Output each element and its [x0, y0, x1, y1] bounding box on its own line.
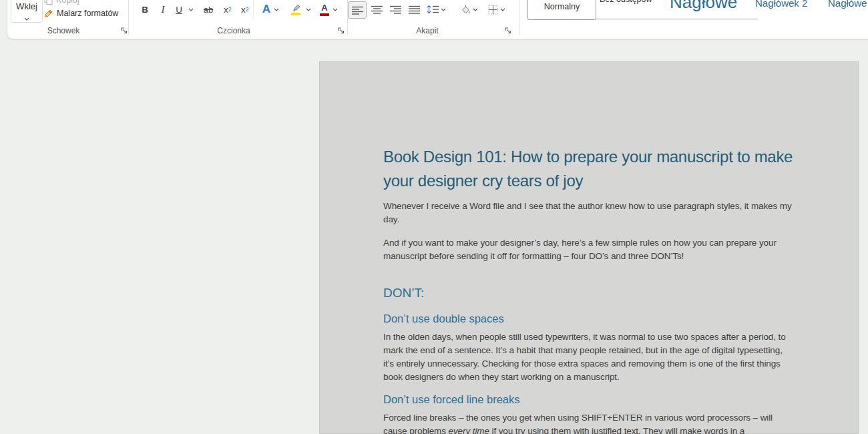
style-heading3[interactable]: Nagłówe [828, 0, 867, 9]
line-spacing-chevron-icon[interactable] [441, 8, 446, 11]
font-color-letter: A [321, 3, 327, 13]
style-heading2[interactable]: Nagłówek 2 [755, 0, 807, 9]
subscript-button[interactable]: x2 [220, 1, 235, 17]
document-content: Book Design 101: How to prepare your man… [383, 62, 795, 434]
format-painter-label: Malarz formatów [57, 9, 118, 18]
format-painter-button[interactable]: Malarz formatów [44, 9, 118, 18]
strikethrough-button[interactable]: ab [200, 1, 216, 17]
paragraph: In the olden days, when people still use… [383, 331, 795, 384]
align-left-button[interactable] [348, 1, 367, 19]
superscript-button[interactable]: x2 [238, 1, 252, 17]
group-separator [128, 0, 129, 35]
paragraph-dialog-launcher-icon[interactable] [504, 27, 512, 35]
paragraph: Forced line breaks – the ones you get wh… [383, 411, 795, 434]
format-painter-icon [44, 9, 53, 18]
justify-button[interactable] [405, 1, 423, 17]
highlight-color-button[interactable] [288, 1, 303, 17]
paragraph-group-label: Akapit [381, 26, 474, 35]
clipboard-group-label: Schowek [27, 26, 100, 35]
document-title: Book Design 101: How to prepare your man… [383, 145, 795, 193]
copy-label: Kopiuj [56, 0, 79, 5]
underline-chevron-icon[interactable] [188, 8, 194, 11]
paragraph: Whenever I receive a Word file and I see… [383, 200, 795, 226]
clipboard-dialog-launcher-icon[interactable] [120, 27, 128, 35]
font-color-chevron-icon[interactable] [333, 8, 338, 11]
paste-button[interactable]: Wklej [11, 0, 43, 23]
align-right-button[interactable] [387, 1, 404, 17]
borders-icon [488, 5, 498, 15]
font-group-label: Czcionka [187, 26, 280, 35]
subscript-2: 2 [228, 6, 232, 13]
copy-icon [44, 0, 53, 5]
text-effects-chevron-icon[interactable] [274, 8, 279, 11]
paste-label: Wklej [11, 1, 42, 11]
style-heading1[interactable]: Nagłówe [670, 0, 737, 13]
chevron-down-icon [24, 17, 29, 21]
paragraph-text: if you try using them with justified tex… [489, 426, 744, 434]
align-left-icon [352, 6, 363, 15]
heading-dont: DON’T: [383, 284, 795, 302]
align-center-button[interactable] [368, 1, 385, 17]
superscript-x: x [241, 5, 246, 15]
font-dialog-launcher-icon[interactable] [337, 27, 345, 35]
copy-button[interactable]: Kopiuj [44, 0, 79, 5]
line-spacing-button[interactable] [425, 1, 440, 17]
style-normal-label: Normalny [528, 2, 596, 11]
style-no-spacing[interactable]: Bez odstępów [600, 0, 652, 4]
text-effects-button[interactable]: A [259, 1, 274, 17]
highlighter-pen-icon [291, 3, 301, 12]
style-normal[interactable]: Normalny [527, 0, 596, 20]
align-right-icon [390, 5, 401, 14]
font-color-button[interactable]: A [318, 1, 331, 17]
paint-bucket-icon [460, 5, 471, 15]
heading-forced-line-breaks: Don’t use forced line breaks [383, 392, 795, 407]
shading-button[interactable] [458, 1, 473, 17]
document-page[interactable]: Book Design 101: How to prepare your man… [319, 61, 859, 434]
font-color-bar [320, 13, 329, 16]
bold-button[interactable]: B [138, 1, 152, 17]
paragraph-italic-text: every time [449, 426, 489, 434]
borders-chevron-icon[interactable] [500, 8, 505, 11]
highlight-chevron-icon[interactable] [306, 8, 311, 11]
group-separator [519, 0, 519, 35]
superscript-2: 2 [246, 6, 249, 13]
line-spacing-icon [427, 5, 439, 14]
subscript-x: x [224, 5, 228, 15]
justify-icon [409, 5, 420, 14]
highlight-color-bar [291, 13, 300, 15]
italic-button[interactable]: I [156, 1, 170, 17]
button-separator [253, 0, 254, 19]
borders-button[interactable] [485, 1, 500, 17]
paragraph: And if you want to make your designer’s … [383, 236, 795, 263]
align-center-icon [371, 5, 383, 14]
underline-button[interactable]: U [172, 1, 186, 17]
shading-chevron-icon[interactable] [473, 8, 478, 11]
heading-double-spaces: Don’t use double spaces [383, 311, 795, 326]
